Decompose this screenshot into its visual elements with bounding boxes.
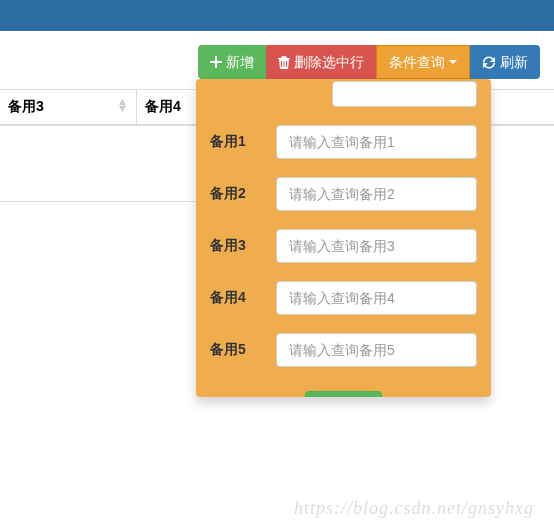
filter-input-partial[interactable]: [332, 81, 477, 107]
filter-field-bak5: 备用5: [210, 333, 477, 367]
filter-label-bak5: 备用5: [210, 341, 276, 359]
filter-field-bak1: 备用1: [210, 125, 477, 159]
add-button[interactable]: 新增: [198, 45, 266, 79]
trash-icon: [278, 56, 290, 69]
filter-field-bak2: 备用2: [210, 177, 477, 211]
filter-label-bak3: 备用3: [210, 237, 276, 255]
toolbar: 新增 删除选中行 条件查询 刷新: [0, 31, 554, 79]
filter-dropdown-panel: 备用1 备用2 备用3 备用4 备用5 查询: [196, 79, 491, 397]
delete-button[interactable]: 删除选中行: [266, 45, 376, 79]
filter-label-bak1: 备用1: [210, 133, 276, 151]
table-empty-row: [0, 166, 197, 202]
filter-input-bak5[interactable]: [276, 333, 477, 367]
filter-label-bak2: 备用2: [210, 185, 276, 203]
watermark: https://blog.csdn.net/gnsyhxg: [294, 498, 534, 519]
filter-field-bak3: 备用3: [210, 229, 477, 263]
filter-input-bak2[interactable]: [276, 177, 477, 211]
caret-down-icon: [449, 60, 457, 64]
filter-search-row: 查询: [210, 385, 477, 397]
plus-icon: [210, 56, 222, 68]
delete-button-label: 删除选中行: [294, 52, 364, 72]
filter-input-bak4[interactable]: [276, 281, 477, 315]
refresh-button-label: 刷新: [500, 52, 528, 72]
filter-button-label: 条件查询: [389, 52, 445, 72]
filter-field-bak4: 备用4: [210, 281, 477, 315]
refresh-button[interactable]: 刷新: [470, 45, 540, 79]
filter-field-partial: [210, 87, 477, 107]
sort-icon: ▲▼: [117, 98, 128, 112]
add-button-label: 新增: [226, 52, 254, 72]
refresh-icon: [482, 56, 496, 69]
filter-input-bak3[interactable]: [276, 229, 477, 263]
column-header-bak4[interactable]: 备用4: [137, 90, 197, 124]
column-header-bak3[interactable]: 备用3 ▲▼: [0, 90, 137, 124]
filter-button[interactable]: 条件查询: [376, 45, 470, 79]
filter-input-bak1[interactable]: [276, 125, 477, 159]
filter-scroll-area[interactable]: 备用1 备用2 备用3 备用4 备用5 查询: [196, 79, 491, 397]
filter-label-bak4: 备用4: [210, 289, 276, 307]
search-button[interactable]: 查询: [305, 391, 382, 397]
top-nav-bar: [0, 0, 554, 31]
